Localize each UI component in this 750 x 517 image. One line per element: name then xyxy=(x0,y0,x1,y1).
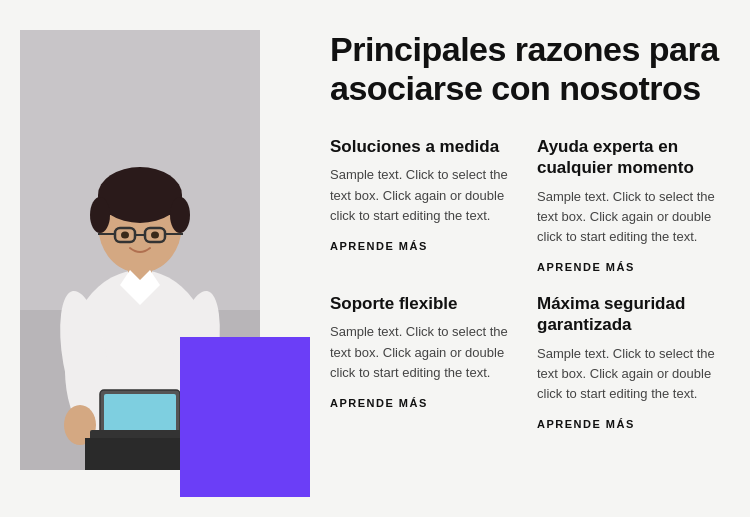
svg-rect-6 xyxy=(98,195,182,215)
purple-accent-block xyxy=(180,337,310,497)
left-section xyxy=(20,30,300,487)
feature-soporte-title: Soporte flexible xyxy=(330,293,513,314)
svg-point-7 xyxy=(90,197,110,233)
feature-soluciones: Soluciones a medida Sample text. Click t… xyxy=(330,136,513,273)
features-grid: Soluciones a medida Sample text. Click t… xyxy=(330,136,720,430)
svg-point-8 xyxy=(170,197,190,233)
feature-seguridad-link[interactable]: APRENDE MÁS xyxy=(537,418,720,430)
feature-seguridad-title: Máxima seguridad garantizada xyxy=(537,293,720,336)
feature-ayuda-link[interactable]: APRENDE MÁS xyxy=(537,261,720,273)
page-container: Principales razones para asociarse con n… xyxy=(0,0,750,517)
feature-seguridad: Máxima seguridad garantizada Sample text… xyxy=(537,293,720,430)
feature-soluciones-desc: Sample text. Click to select the text bo… xyxy=(330,165,513,225)
feature-seguridad-desc: Sample text. Click to select the text bo… xyxy=(537,344,720,404)
feature-ayuda-title: Ayuda experta en cualquier momento xyxy=(537,136,720,179)
svg-rect-23 xyxy=(85,438,195,470)
feature-soluciones-title: Soluciones a medida xyxy=(330,136,513,157)
feature-soporte-desc: Sample text. Click to select the text bo… xyxy=(330,322,513,382)
feature-soporte: Soporte flexible Sample text. Click to s… xyxy=(330,293,513,430)
svg-point-14 xyxy=(121,232,129,239)
feature-soluciones-link[interactable]: APRENDE MÁS xyxy=(330,240,513,252)
main-title: Principales razones para asociarse con n… xyxy=(330,30,720,108)
svg-point-15 xyxy=(151,232,159,239)
feature-ayuda-desc: Sample text. Click to select the text bo… xyxy=(537,187,720,247)
feature-ayuda: Ayuda experta en cualquier momento Sampl… xyxy=(537,136,720,273)
right-section: Principales razones para asociarse con n… xyxy=(330,30,720,487)
feature-soporte-link[interactable]: APRENDE MÁS xyxy=(330,397,513,409)
